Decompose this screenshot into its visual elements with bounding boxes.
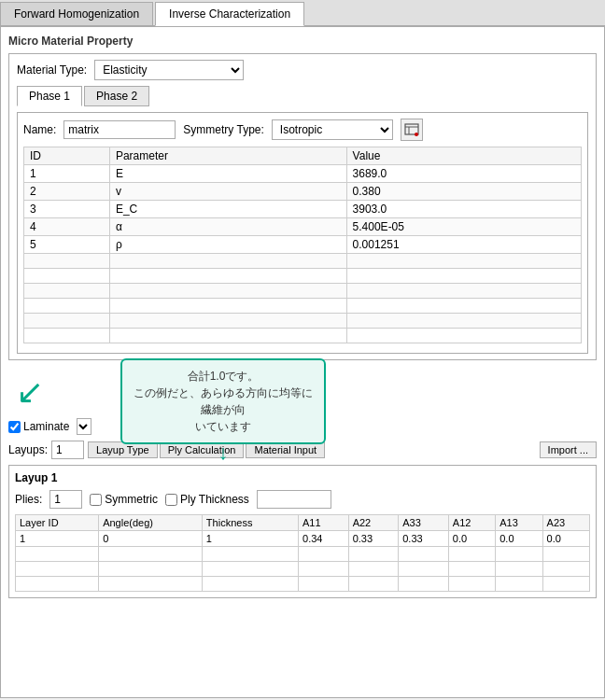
param-id: 5 <box>24 236 110 254</box>
param-empty-row <box>24 299 582 314</box>
layer-empty-row <box>16 577 590 592</box>
symmetry-type-select[interactable]: Isotropic <box>272 119 393 140</box>
import-button[interactable]: Import ... <box>540 441 597 458</box>
layer-col-header: A11 <box>299 515 349 531</box>
param-name: v <box>109 183 346 201</box>
tooltip-line2: この例だと、あらゆる方向に均等に繊維が向 <box>134 385 313 418</box>
layer-thickness: 1 <box>202 531 298 547</box>
layups-label: Layups: <box>8 443 48 456</box>
laminate-checkbox[interactable] <box>8 421 21 433</box>
ply-thickness-checkbox[interactable] <box>165 494 177 506</box>
param-table-row: 2 v 0.380 <box>24 183 582 201</box>
param-empty-row <box>24 269 582 284</box>
layer-table-row: 1 0 1 0.34 0.33 0.33 0.0 0.0 0.0 <box>16 531 590 547</box>
tab-forward-homogenization[interactable]: Forward Homogenization <box>0 2 153 25</box>
left-arrow-icon: ↙ <box>16 375 44 409</box>
layer-table: Layer IDAngle(deg)ThicknessA11A22A33A12A… <box>15 514 590 592</box>
layer-col-header: A23 <box>542 515 589 531</box>
ply-thickness-text: Ply Thickness <box>180 493 249 506</box>
layer-col-header: Angle(deg) <box>99 515 203 531</box>
col-value: Value <box>346 147 581 165</box>
phase-tab-1[interactable]: Phase 1 <box>17 86 82 106</box>
laminate-label: Laminate <box>23 420 69 433</box>
layer-id: 1 <box>16 531 99 547</box>
section-title: Micro Material Property <box>8 35 597 48</box>
param-empty-row <box>24 329 582 343</box>
param-value: 0.380 <box>346 183 581 201</box>
layer-col-header: A22 <box>348 515 399 531</box>
param-table-row: 1 E 3689.0 <box>24 165 582 183</box>
symmetric-text: Symmetric <box>105 493 158 506</box>
param-name: E_C <box>109 201 346 218</box>
param-value: 5.400E-05 <box>346 218 581 236</box>
name-symmetry-row: Name: Symmetry Type: Isotropic <box>23 119 582 141</box>
main-content: Micro Material Property Material Type: E… <box>0 26 605 698</box>
param-table-row: 4 α 5.400E-05 <box>24 218 582 236</box>
col-id: ID <box>24 147 110 165</box>
param-empty-row <box>24 314 582 329</box>
param-name: ρ <box>109 236 346 254</box>
layer-col-header: A33 <box>399 515 449 531</box>
symmetric-label[interactable]: Symmetric <box>90 493 158 506</box>
layer-col-header: Layer ID <box>16 515 99 531</box>
tab-inverse-characterization[interactable]: Inverse Characterization <box>155 2 304 26</box>
param-table-row: 3 E_C 3903.0 <box>24 201 582 218</box>
material-type-select[interactable]: Elasticity <box>94 60 244 80</box>
param-value: 3689.0 <box>346 165 581 183</box>
plies-label: Plies: <box>15 493 42 506</box>
tooltip-down-arrow: ↓ <box>218 442 229 463</box>
param-id: 4 <box>24 218 110 236</box>
laminate-checkbox-label[interactable]: Laminate <box>8 420 69 433</box>
layups-input[interactable] <box>51 441 84 459</box>
param-id: 3 <box>24 201 110 218</box>
layer-empty-row <box>16 547 590 562</box>
material-type-row: Material Type: Elasticity <box>17 60 588 80</box>
layer-a22: 0.33 <box>348 531 399 547</box>
param-id: 1 <box>24 165 110 183</box>
phase-tab-2[interactable]: Phase 2 <box>84 86 149 106</box>
layer-col-header: A13 <box>496 515 542 531</box>
plies-input[interactable] <box>49 490 82 509</box>
ply-thickness-input[interactable] <box>257 490 331 509</box>
svg-point-3 <box>415 133 418 136</box>
layer-a12: 0.0 <box>448 531 495 547</box>
param-empty-row <box>24 254 582 269</box>
param-table: ID Parameter Value 1 E 3689.0 2 v 0.380 … <box>23 147 582 343</box>
param-name: α <box>109 218 346 236</box>
layup-section: Layup 1 Plies: Symmetric Ply Thickness L… <box>8 465 597 598</box>
param-empty-row <box>24 284 582 299</box>
layer-a11: 0.34 <box>299 531 349 547</box>
material-type-label: Material Type: <box>17 63 87 77</box>
tooltip-box: 合計1.0です。 この例だと、あらゆる方向に均等に繊維が向 いています ↓ <box>120 358 326 444</box>
settings-icon[interactable] <box>401 119 423 141</box>
phase-content: Name: Symmetry Type: Isotropic <box>17 112 588 354</box>
layer-a23: 0.0 <box>542 531 589 547</box>
symmetry-type-label: Symmetry Type: <box>183 123 263 136</box>
name-label: Name: <box>23 123 56 136</box>
main-tab-bar: Forward Homogenization Inverse Character… <box>0 0 605 26</box>
param-value: 3903.0 <box>346 201 581 218</box>
laminate-dropdown[interactable] <box>77 418 91 435</box>
symmetric-checkbox[interactable] <box>90 494 102 506</box>
layer-a33: 0.33 <box>399 531 449 547</box>
layer-col-header: Thickness <box>202 515 298 531</box>
layer-angle: 0 <box>99 531 203 547</box>
tooltip-line3: いています <box>134 418 313 435</box>
plies-row: Plies: Symmetric Ply Thickness <box>15 490 590 509</box>
param-table-row: 5 ρ 0.001251 <box>24 236 582 254</box>
phase-tabs: Phase 1 Phase 2 <box>17 86 588 106</box>
tooltip-line1: 合計1.0です。 <box>134 368 313 385</box>
param-name: E <box>109 165 346 183</box>
layup-title: Layup 1 <box>15 471 590 484</box>
ply-thickness-label[interactable]: Ply Thickness <box>165 493 249 506</box>
arrow-tooltip-area: ↙ 合計1.0です。 この例だと、あらゆる方向に均等に繊維が向 いています ↓ <box>8 368 597 414</box>
micro-material-property-box: Material Type: Elasticity Phase 1 Phase … <box>8 53 597 360</box>
layer-col-header: A12 <box>448 515 495 531</box>
name-input[interactable] <box>63 120 176 139</box>
col-parameter: Parameter <box>109 147 346 165</box>
param-id: 2 <box>24 183 110 201</box>
layer-empty-row <box>16 562 590 577</box>
param-value: 0.001251 <box>346 236 581 254</box>
layer-a13: 0.0 <box>496 531 542 547</box>
